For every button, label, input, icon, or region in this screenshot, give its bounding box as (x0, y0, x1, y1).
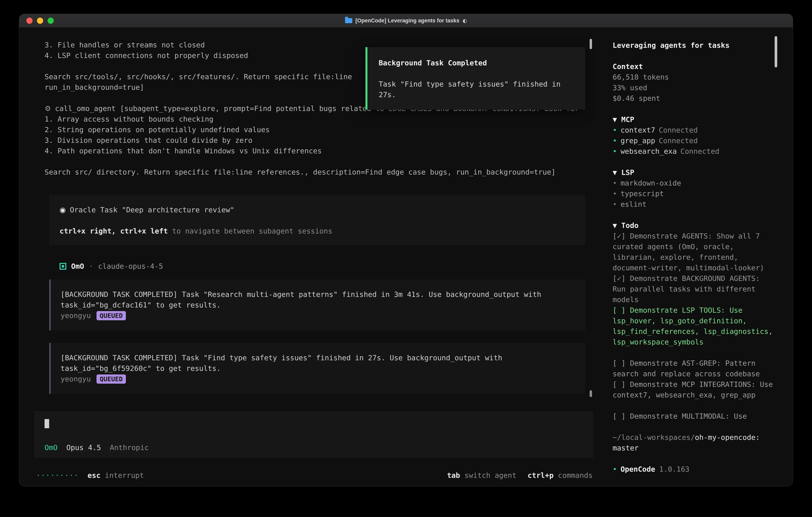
oracle-icon: ◉ (60, 206, 66, 214)
transcript-line: 3. Division operations that could divide… (34, 135, 594, 145)
bullet-icon: • (613, 179, 617, 187)
conversation-transcript: 3. File handles or streams not closed 4.… (19, 28, 594, 411)
omo-agent-icon (60, 263, 66, 270)
text-cursor (45, 419, 49, 428)
bullet-icon: • (613, 190, 617, 198)
lsp-section-heading: ▼ LSP (613, 167, 773, 178)
context-tokens: 66,518 tokens (613, 72, 773, 82)
tab-hint: tab switch agent (447, 470, 516, 481)
folder-icon (345, 18, 352, 23)
ctrl-p-key: ctrl+p (528, 470, 554, 481)
subagent-navigation-hint: ctrl+x right, ctrl+x left to navigate be… (60, 226, 577, 236)
lsp-item: •eslint (613, 199, 773, 210)
mcp-section-heading: ▼ MCP (613, 114, 773, 125)
transcript-blank-line (34, 156, 594, 167)
lsp-name: eslint (620, 200, 646, 208)
mcp-status: Connected (680, 147, 719, 155)
agent-header: OmO · claude-opus-4-5 (60, 261, 594, 272)
esc-label: interrupt (105, 470, 144, 481)
session-title: Leveraging agents for tasks (613, 40, 773, 51)
message-card: [BACKGROUND TASK COMPLETED] Task "Resear… (49, 279, 585, 330)
context-section: Context 66,518 tokens 33% used $0.46 spe… (613, 61, 773, 104)
message-footer: yeongyu QUEUED (61, 374, 577, 384)
oracle-task-title-line: ◉Oracle Task "Deep architecture review" (60, 205, 577, 215)
todo-section: ▼ Todo [✓] Demonstrate AGENTS: Show all … (613, 220, 773, 421)
todo-item: [✓] Demonstrate BACKGROUND AGENTS: Run p… (613, 273, 773, 305)
moon-icon: ◐ (463, 18, 467, 24)
lsp-section: ▼ LSP •markdown-oxide •typescript •eslin… (613, 167, 773, 210)
transcript-line: 1. Array access without bounds checking (34, 114, 594, 124)
input-agent-name: OmO (45, 442, 58, 453)
workspace-branch: master (613, 443, 773, 453)
zoom-button[interactable] (48, 18, 54, 24)
workspace-repo: oh-my-opencode: (695, 433, 760, 441)
mcp-item: •context7Connected (613, 125, 773, 135)
session-sidebar: Leveraging agents for tasks Context 66,5… (594, 28, 793, 486)
agent-model: claude-opus-4-5 (98, 261, 163, 272)
app-name: OpenCode (620, 464, 655, 474)
tab-key: tab (447, 470, 460, 481)
agent-name: OmO (71, 261, 84, 272)
transcript-line: 2. String operations on potentially unde… (34, 124, 594, 135)
prompt-input[interactable]: OmO Opus 4.5 Anthropic (34, 411, 593, 458)
statusbar-right: tab switch agent ctrl+p commands (447, 470, 592, 481)
mcp-status: Connected (659, 137, 698, 145)
todo-item: [✓] Demonstrate AGENTS: Show all 7 curat… (613, 231, 773, 273)
traffic-lights (26, 14, 54, 27)
input-provider-name: Anthropic (110, 442, 149, 453)
bullet-icon: • (613, 147, 617, 155)
message-line: task_id="bg_6f59260c" to get results. (61, 363, 577, 374)
bullet-icon: • (613, 126, 617, 134)
gear-icon: ⚙ (45, 104, 51, 113)
commands-label: commands (558, 470, 592, 481)
message-author: yeongyu (61, 374, 91, 384)
scrollbar-thumb[interactable] (590, 390, 592, 397)
input-model-name: Opus 4.5 (66, 442, 101, 453)
background-task-toast[interactable]: Background Task Completed Task "Find typ… (366, 47, 585, 110)
bullet-icon: • (613, 200, 617, 208)
status-badge: QUEUED (96, 311, 126, 320)
workspace-path: ~/local-workspaces/oh-my-opencode: (613, 432, 773, 443)
message-line: [BACKGROUND TASK COMPLETED] Task "Find t… (61, 352, 577, 363)
message-line: task_id="bg_dcfac161" to get results. (61, 300, 577, 310)
context-heading: Context (613, 61, 773, 72)
mcp-name: grep_app (620, 137, 655, 145)
context-spent: $0.46 spent (613, 93, 773, 104)
input-meta: OmO Opus 4.5 Anthropic (45, 442, 149, 453)
scrollbar-thumb[interactable] (590, 39, 592, 49)
minimize-button[interactable] (37, 18, 43, 24)
omo-agent-icon-core (62, 265, 64, 268)
bullet-icon: • (613, 137, 617, 145)
todo-item: [ ] Demonstrate MCP INTEGRATIONS: Use co… (613, 379, 773, 400)
mcp-section: ▼ MCP •context7Connected •grep_appConnec… (613, 114, 773, 157)
mcp-status: Connected (659, 126, 698, 134)
commands-hint: ctrl+p commands (528, 470, 592, 481)
lsp-item: •typescript (613, 188, 773, 199)
message-footer: yeongyu QUEUED (61, 310, 577, 321)
message-author: yeongyu (61, 310, 91, 321)
message-line: [BACKGROUND TASK COMPLETED] Task "Resear… (61, 289, 577, 300)
mcp-name: websearch_exa (620, 147, 677, 155)
oracle-task-title: Oracle Task "Deep architecture review" (70, 206, 234, 214)
context-used: 33% used (613, 82, 773, 93)
todo-item: [ ] Demonstrate AST-GREP: Pattern search… (613, 358, 773, 379)
mcp-item: •websearch_exaConnected (613, 146, 773, 157)
esc-hint: esc interrupt (88, 470, 144, 481)
sidebar-footer: • OpenCode 1.0.163 (613, 464, 773, 474)
message-card: [BACKGROUND TASK COMPLETED] Task "Find t… (49, 343, 585, 394)
mcp-item: •grep_appConnected (613, 135, 773, 146)
tab-label: switch agent (464, 470, 516, 481)
oracle-task-panel: ◉Oracle Task "Deep architecture review" … (49, 194, 585, 245)
titlebar: [OpenCode] Leveraging agents for tasks ◐ (19, 14, 793, 28)
close-button[interactable] (26, 18, 33, 24)
status-badge: QUEUED (96, 375, 126, 384)
todo-item: [ ] Demonstrate MULTIMODAL: Use (613, 411, 773, 421)
window-title-text: [OpenCode] Leveraging agents for tasks (355, 18, 460, 24)
spinner-dots: ········· (36, 470, 79, 481)
todo-section-heading: ▼ Todo (613, 220, 773, 231)
agent-separator: · (89, 261, 93, 272)
bullet-icon: • (613, 464, 617, 474)
todo-item: [ ] Demonstrate LSP TOOLS: Use lsp_hover… (613, 305, 773, 347)
sidebar-scrollbar-thumb[interactable] (775, 36, 777, 67)
window-title: [OpenCode] Leveraging agents for tasks ◐ (345, 18, 467, 24)
